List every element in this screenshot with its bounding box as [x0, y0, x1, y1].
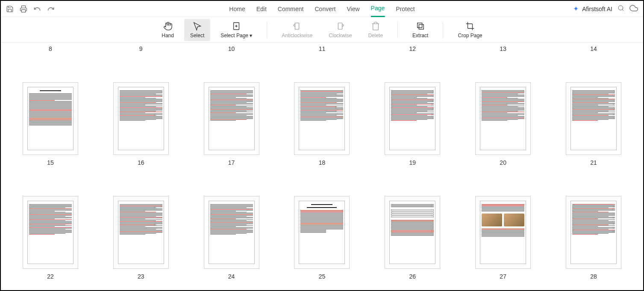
- extract-icon: [416, 21, 425, 31]
- thumb-cell: 22: [23, 196, 78, 280]
- crop-tool[interactable]: Crop Page: [452, 19, 488, 41]
- extract-label: Extract: [412, 33, 428, 39]
- svg-rect-6: [417, 23, 422, 27]
- hand-label: Hand: [162, 33, 174, 39]
- sparkle-icon: ✦: [573, 5, 579, 13]
- select-page-icon: [232, 21, 241, 31]
- page-thumbnail[interactable]: [113, 196, 169, 269]
- group-rotate: Anticlockwise Clockwise Delete: [267, 17, 397, 42]
- page-number: 22: [47, 273, 54, 280]
- page-thumbnail[interactable]: [566, 82, 621, 155]
- delete-label: Delete: [368, 33, 383, 39]
- page-number: 14: [562, 45, 626, 52]
- rotate-cw-label: Clockwise: [329, 33, 352, 39]
- group-crop: Crop Page: [443, 17, 497, 42]
- cloud-icon[interactable]: [629, 4, 638, 14]
- thumb-cell: 18: [294, 82, 350, 166]
- page-thumbnail[interactable]: [23, 82, 78, 155]
- page-thumbnail[interactable]: [385, 196, 440, 269]
- page-thumbnail[interactable]: [294, 82, 350, 155]
- page-number: 24: [228, 273, 235, 280]
- undo-icon[interactable]: [33, 5, 41, 13]
- svg-rect-0: [22, 9, 26, 12]
- tab-view[interactable]: View: [347, 1, 360, 17]
- page-number: 16: [138, 159, 144, 166]
- tab-home[interactable]: Home: [229, 1, 245, 17]
- search-icon[interactable]: [618, 5, 624, 13]
- page-number: 8: [18, 45, 82, 52]
- page-number: 17: [228, 159, 235, 166]
- page-number: 12: [380, 45, 444, 52]
- save-icon[interactable]: [6, 5, 14, 13]
- page-number: 27: [500, 273, 506, 280]
- page-number: 23: [138, 273, 144, 280]
- rotate-cw-icon: [335, 21, 345, 31]
- svg-point-1: [618, 6, 623, 10]
- quick-access: [6, 5, 55, 13]
- title-bar: Home Edit Comment Convert View Page Prot…: [1, 1, 643, 17]
- page-thumbnail[interactable]: [385, 82, 440, 155]
- thumb-cell: 16: [113, 82, 169, 166]
- hand-icon: [163, 21, 173, 31]
- partial-row: 8 9 10 11 12 13 14: [5, 45, 639, 52]
- extract-tool[interactable]: Extract: [406, 19, 434, 41]
- thumb-cell: 23: [113, 196, 169, 280]
- crop-label: Crop Page: [458, 33, 482, 39]
- page-thumbnail[interactable]: [566, 196, 621, 269]
- page-thumbnail[interactable]: [204, 196, 259, 269]
- thumb-cell: 26: [385, 196, 440, 280]
- group-select: Hand Select Select Page ▾: [147, 17, 267, 42]
- thumb-cell: 19: [385, 82, 440, 166]
- thumb-cell: 21: [566, 82, 621, 166]
- page-thumbnail[interactable]: [294, 196, 350, 269]
- page-thumbnail[interactable]: [23, 196, 78, 269]
- select-tool[interactable]: Select: [184, 19, 210, 41]
- svg-line-2: [622, 9, 623, 11]
- page-number: 25: [319, 273, 326, 280]
- thumb-cell: 17: [204, 82, 259, 166]
- page-thumbnail[interactable]: [204, 82, 259, 155]
- page-number: 10: [200, 45, 264, 52]
- rotate-cw-tool[interactable]: Clockwise: [323, 19, 358, 41]
- trash-icon: [371, 21, 380, 31]
- ai-label: Afirstsoft AI: [582, 6, 612, 12]
- select-page-tool[interactable]: Select Page ▾: [215, 19, 258, 41]
- print-icon[interactable]: [20, 5, 27, 13]
- thumbnails-area[interactable]: 8 9 10 11 12 13 14 15161718192021 222324…: [1, 43, 643, 291]
- page-number: 20: [500, 159, 506, 166]
- thumb-cell: 27: [475, 196, 531, 280]
- page-number: 28: [590, 273, 597, 280]
- tab-page[interactable]: Page: [371, 1, 385, 17]
- thumb-cell: 25: [294, 196, 350, 280]
- page-thumbnail[interactable]: [475, 82, 531, 155]
- redo-icon[interactable]: [47, 5, 55, 13]
- page-number: 15: [47, 159, 54, 166]
- tab-edit[interactable]: Edit: [256, 1, 267, 17]
- hand-tool[interactable]: Hand: [156, 19, 180, 41]
- chevron-down-icon: ▾: [250, 33, 252, 39]
- page-number: 21: [590, 159, 597, 166]
- top-right: ✦ Afirstsoft AI: [573, 4, 638, 14]
- page-number: 19: [409, 159, 416, 166]
- page-number: 13: [471, 45, 535, 52]
- thumb-row-1: 15161718192021: [5, 82, 639, 166]
- thumb-cell: 20: [475, 82, 531, 166]
- svg-rect-4: [295, 23, 299, 29]
- crop-icon: [465, 21, 475, 31]
- select-page-label: Select Page ▾: [221, 33, 252, 39]
- page-thumbnail[interactable]: [113, 82, 169, 155]
- rotate-acw-tool[interactable]: Anticlockwise: [276, 19, 318, 41]
- thumb-cell: 24: [204, 196, 259, 280]
- ai-link[interactable]: ✦ Afirstsoft AI: [573, 5, 612, 13]
- svg-rect-5: [338, 23, 342, 29]
- thumb-cell: 28: [566, 196, 621, 280]
- page-thumbnail[interactable]: [475, 196, 531, 269]
- rotate-acw-icon: [292, 21, 302, 31]
- delete-tool[interactable]: Delete: [362, 19, 389, 41]
- page-number: 18: [319, 159, 326, 166]
- tab-protect[interactable]: Protect: [396, 1, 415, 17]
- tab-comment[interactable]: Comment: [278, 1, 304, 17]
- thumb-cell: 15: [23, 82, 78, 166]
- tab-convert[interactable]: Convert: [315, 1, 335, 17]
- cursor-icon: [193, 21, 202, 31]
